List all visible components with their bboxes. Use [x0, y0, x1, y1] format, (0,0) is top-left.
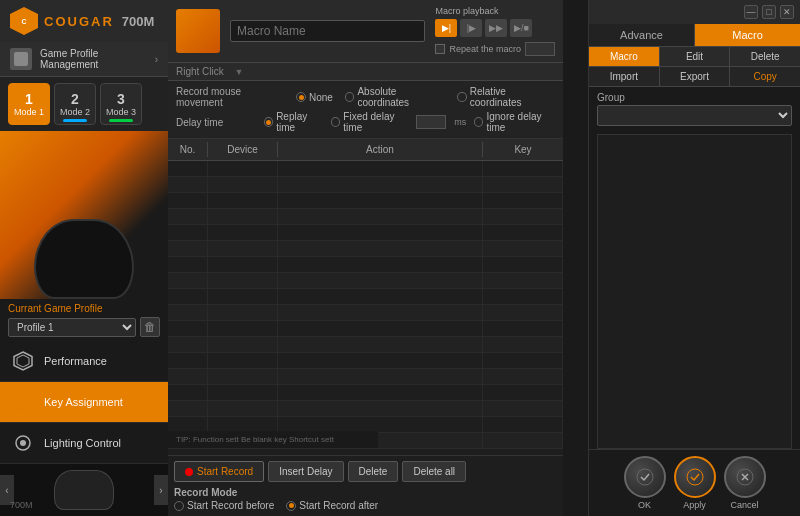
titlebar: — □ ✕ — [589, 0, 800, 24]
delay-fixed-label: Fixed delay time — [343, 111, 408, 133]
copy-button[interactable]: Copy — [730, 67, 800, 86]
repeat-label: Repeat the macro — [449, 44, 521, 54]
table-row[interactable] — [168, 369, 563, 385]
movement-absolute-radio — [345, 92, 355, 102]
lighting-label: Lighting Control — [44, 437, 121, 449]
delay-fixed-option[interactable]: Fixed delay time — [331, 111, 408, 133]
movement-relative-option[interactable]: Relative coordinates — [457, 86, 555, 108]
sidebar-item-performance[interactable]: Performance — [0, 341, 168, 382]
macro-name-input[interactable] — [230, 20, 425, 42]
delay-ignore-label: Ignore delay time — [486, 111, 555, 133]
table-row[interactable] — [168, 273, 563, 289]
tab-advance[interactable]: Advance — [589, 24, 695, 46]
play-button-1[interactable]: ▶| — [435, 19, 457, 37]
profile-dropdown[interactable]: Profile 1 — [8, 318, 136, 337]
mode-1-label: Mode 1 — [14, 107, 44, 117]
table-row[interactable] — [168, 321, 563, 337]
table-row[interactable] — [168, 257, 563, 273]
table-row[interactable] — [168, 225, 563, 241]
ok-label: OK — [638, 500, 651, 510]
start-record-button[interactable]: Start Record — [174, 461, 264, 482]
table-row[interactable] — [168, 353, 563, 369]
play-button-2[interactable]: |▶ — [460, 19, 482, 37]
table-row[interactable] — [168, 289, 563, 305]
delete-all-button[interactable]: Delete all — [402, 461, 466, 482]
mode-2-button[interactable]: 2 Mode 2 — [54, 83, 96, 125]
svg-point-13 — [687, 469, 703, 485]
play-button-4[interactable]: ▶/■ — [510, 19, 532, 37]
mode-3-button[interactable]: 3 Mode 3 — [100, 83, 142, 125]
delay-ignore-radio — [474, 117, 483, 127]
col-no: No. — [168, 142, 208, 157]
group-select[interactable] — [597, 105, 792, 126]
table-row[interactable] — [168, 385, 563, 401]
table-row[interactable] — [168, 209, 563, 225]
sidebar-item-lighting[interactable]: Lighting Control — [0, 423, 168, 464]
right-bottom-buttons: OK Apply Cancel — [589, 449, 800, 516]
import-button[interactable]: Import — [589, 67, 660, 86]
macro-action-edit[interactable]: Edit — [660, 47, 731, 66]
svg-marker-3 — [17, 355, 29, 367]
record-after-label: Start Record after — [299, 500, 378, 511]
mode-1-number: 1 — [25, 91, 33, 107]
table-header: No. Device Action Key — [168, 139, 563, 161]
sidebar-item-key-assignment[interactable]: Key Assignment — [0, 382, 168, 423]
macro-playback-section: Macro playback ▶| |▶ ▶▶ ▶/■ Repeat the m… — [435, 6, 555, 56]
apply-button[interactable] — [674, 456, 716, 498]
macro-list-area[interactable] — [597, 134, 792, 449]
macro-action-macro[interactable]: Macro — [589, 47, 660, 66]
action-buttons-row: Start Record Insert Delay Delete Delete … — [174, 461, 557, 482]
table-row[interactable] — [168, 161, 563, 177]
record-mode-section: Record Mode Start Record before Start Re… — [174, 487, 557, 511]
record-dot-icon — [185, 468, 193, 476]
table-row[interactable] — [168, 305, 563, 321]
movement-row: Record mouse movement None Absolute coor… — [176, 86, 555, 108]
delay-ignore-option[interactable]: Ignore delay time — [474, 111, 555, 133]
mode-1-button[interactable]: 1 Mode 1 — [8, 83, 50, 125]
repeat-checkbox[interactable] — [435, 44, 445, 54]
delay-replay-option[interactable]: Replay time — [264, 111, 323, 133]
col-key: Key — [483, 142, 563, 157]
macro-action-delete[interactable]: Delete — [730, 47, 800, 66]
col-action: Action — [278, 142, 483, 157]
maximize-button[interactable]: □ — [762, 5, 776, 19]
table-row[interactable] — [168, 337, 563, 353]
cancel-button[interactable] — [724, 456, 766, 498]
table-row[interactable] — [168, 177, 563, 193]
device-model: 700M — [122, 14, 155, 29]
delete-button[interactable]: Delete — [348, 461, 399, 482]
profile-management[interactable]: Game ProfileManagement › — [0, 42, 168, 77]
delay-value-input[interactable] — [416, 115, 446, 129]
right-click-area: Right Click ▼ — [168, 63, 563, 81]
macro-table: No. Device Action Key — [168, 139, 563, 455]
cougar-logo: C COUGAR — [10, 7, 114, 35]
mode-3-label: Mode 3 — [106, 107, 136, 117]
lighting-icon — [12, 432, 34, 454]
right-panel: — □ ✕ Advance Macro Macro Edit Delete Im… — [588, 0, 800, 516]
record-before-option[interactable]: Start Record before — [174, 500, 274, 511]
sidebar-scroll-right[interactable]: › — [154, 475, 168, 505]
minimize-button[interactable]: — — [744, 5, 758, 19]
export-button[interactable]: Export — [660, 67, 731, 86]
repeat-count-input[interactable] — [525, 42, 555, 56]
insert-delay-button[interactable]: Insert Delay — [268, 461, 343, 482]
delete-profile-button[interactable]: 🗑 — [140, 317, 160, 337]
tab-macro[interactable]: Macro — [695, 24, 800, 46]
movement-none-option[interactable]: None — [296, 92, 333, 103]
playback-controls: ▶| |▶ ▶▶ ▶/■ — [435, 19, 532, 37]
record-after-radio — [286, 501, 296, 511]
play-button-3[interactable]: ▶▶ — [485, 19, 507, 37]
record-after-option[interactable]: Start Record after — [286, 500, 378, 511]
svg-point-12 — [637, 469, 653, 485]
mouse-bottom-image — [54, 470, 114, 510]
delay-row: Delay time Replay time Fixed delay time … — [176, 111, 555, 133]
close-button[interactable]: ✕ — [780, 5, 794, 19]
movement-absolute-option[interactable]: Absolute coordinates — [345, 86, 445, 108]
macro-header: Macro playback ▶| |▶ ▶▶ ▶/■ Repeat the m… — [168, 0, 563, 63]
table-row[interactable] — [168, 241, 563, 257]
ok-button[interactable] — [624, 456, 666, 498]
table-row[interactable] — [168, 193, 563, 209]
mode-3-indicator — [109, 119, 133, 122]
table-row[interactable] — [168, 401, 563, 417]
performance-icon — [12, 350, 34, 372]
